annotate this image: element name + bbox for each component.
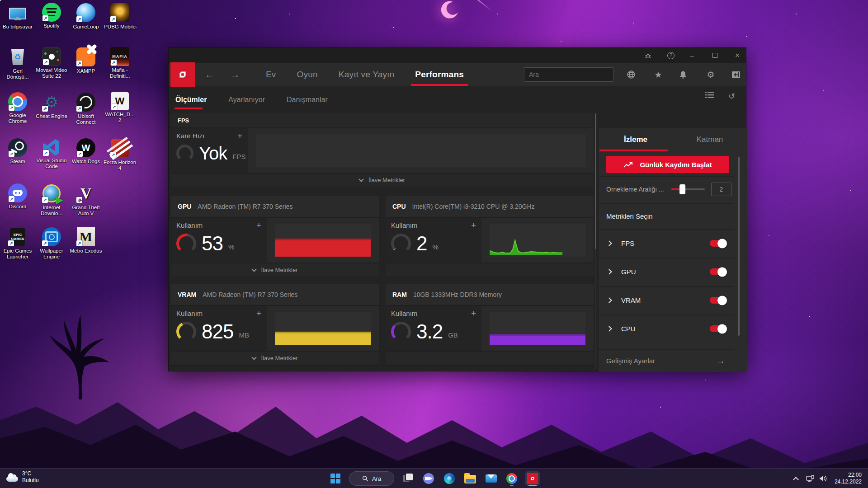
chrome-button[interactable] <box>505 471 519 486</box>
desktop-icon-spotify[interactable]: ↗ Spotify <box>35 3 68 29</box>
mail-button[interactable] <box>484 471 498 486</box>
gpu-toggle[interactable] <box>710 268 726 275</box>
desktop-icon-watch-dogs[interactable]: W↗ Watch Dogs <box>69 138 103 164</box>
minimize-button[interactable]: – <box>687 52 697 59</box>
metric-row-fps[interactable]: FPS <box>599 229 734 257</box>
sampling-interval-slider[interactable] <box>671 188 705 190</box>
amd-software-button[interactable] <box>525 471 540 486</box>
desktop-icon-recycle-bin[interactable]: ♻ Geri Dönüşü... <box>1 47 34 80</box>
window-titlebar[interactable]: ? – × <box>169 48 746 63</box>
desktop-icon-pubg-mobile[interactable]: ↗ PUBG Mobile <box>103 3 137 30</box>
desktop-icon-steam[interactable]: ↗ Steam <box>1 138 34 164</box>
slider-knob[interactable] <box>679 184 685 194</box>
fps-toggle[interactable] <box>710 240 726 247</box>
system-tray: 22:00 24.12.2022 <box>794 469 868 488</box>
desktop-icon-gta-v[interactable]: V↗ Grand Theft Auto V <box>69 183 103 216</box>
nav-forward-icon[interactable]: → <box>228 69 242 80</box>
desktop-icon-gameloop[interactable]: ↗ GameLoop <box>69 3 103 30</box>
volume-icon[interactable] <box>819 475 827 482</box>
bell-icon[interactable] <box>679 70 690 79</box>
desktop-icon-idm[interactable]: ↗ Internet Downlo... <box>35 183 68 216</box>
subtab-ayarlaniyor[interactable]: Ayarlanıyor <box>217 86 276 113</box>
file-explorer-button[interactable] <box>463 471 477 486</box>
add-metric-icon[interactable]: + <box>471 221 476 230</box>
tree-silhouette <box>39 296 129 399</box>
desktop-icon-metro-exodus[interactable]: M↗ Metro Exodus <box>69 227 103 254</box>
close-button[interactable]: × <box>732 51 742 60</box>
desktop-icon-bu-bilgisayar[interactable]: Bu bilgisayar <box>1 3 34 30</box>
maximize-button[interactable] <box>710 52 720 59</box>
add-metric-icon[interactable]: + <box>256 309 261 319</box>
desktop-icon-xampp[interactable]: ↗ XAMPP <box>69 47 103 74</box>
metric-row-cpu[interactable]: CPU <box>599 314 734 342</box>
list-view-icon[interactable] <box>705 91 714 101</box>
taskbar-clock[interactable]: 22:00 24.12.2022 <box>835 472 862 485</box>
vram-more-metrics[interactable]: İlave Metrikler <box>171 352 379 365</box>
chevron-right-icon[interactable] <box>606 297 612 303</box>
shortcut-arrow-icon: ↗ <box>76 240 82 246</box>
desktop-icon-movavi[interactable]: ↗ Movavi Video Suite 22 <box>35 47 68 79</box>
desktop-icon-mafia[interactable]: MAFIA↗ Mafia - Definiti... <box>103 47 137 79</box>
desktop-icon-watch-dogs-2[interactable]: W↗ WATCH_D... 2 <box>103 92 137 123</box>
main-scrollbar[interactable] <box>595 113 596 369</box>
tab-performans[interactable]: Performans <box>405 63 474 86</box>
help-icon[interactable]: ? <box>667 52 675 59</box>
chevron-right-icon[interactable] <box>606 269 612 275</box>
gear-icon[interactable]: ⚙ <box>705 70 716 80</box>
subtab-danismanlar[interactable]: Danışmanlar <box>276 86 339 113</box>
view-controls: ↺ <box>705 91 735 101</box>
app-search-input[interactable] <box>524 71 615 78</box>
gpu-more-metrics[interactable]: İlave Metrikler <box>171 263 379 277</box>
metric-row-ram-partial[interactable]: RAM <box>599 342 734 349</box>
desktop-icon-cheat-engine[interactable]: ⚙↗ Cheat Engine <box>35 92 68 119</box>
advanced-settings-row[interactable]: Gelişmiş Ayarlar → <box>599 349 734 371</box>
desktop-icon-discord[interactable]: ↗ Discord <box>1 183 34 210</box>
desktop-icon-label: Bu bilgisayar <box>1 24 34 30</box>
main-scrollbar-thumb[interactable] <box>595 113 596 249</box>
vram-toggle[interactable] <box>710 297 726 304</box>
tab-ev[interactable]: Ev <box>255 63 287 86</box>
hidden-icons-chevron[interactable] <box>793 477 799 483</box>
start-logging-button[interactable]: Günlük Kaydını Başlat <box>606 156 729 173</box>
taskbar-search[interactable]: Ara <box>349 471 394 486</box>
nav-back-icon[interactable]: ← <box>203 69 217 80</box>
desktop-icon-ubisoft-connect[interactable]: ↗ Ubisoft Connect <box>69 92 103 125</box>
desktop-icon-epic-games[interactable]: EPIC GAMES↗ Epic Games Launcher <box>1 227 34 260</box>
desktop-icon-chrome[interactable]: ↗ Google Chrome <box>1 92 34 124</box>
collapse-panel-icon[interactable] <box>731 71 742 79</box>
tab-oyun[interactable]: Oyun <box>287 63 328 86</box>
desktop-icon-forza[interactable]: ↗ Forza Horizon 4 <box>103 138 137 171</box>
star-icon[interactable]: ★ <box>653 70 664 80</box>
sampling-interval-value[interactable]: 2 <box>711 183 731 196</box>
ram-gauge-card: Kullanım + 3.2 GB <box>386 306 481 351</box>
chrome-icon <box>506 473 517 484</box>
add-metric-icon[interactable]: + <box>256 221 261 230</box>
add-metric-icon[interactable]: + <box>471 309 476 319</box>
chat-button[interactable] <box>421 471 436 486</box>
sidebar-scrollbar[interactable] <box>738 157 740 336</box>
amd-logo[interactable] <box>170 62 195 87</box>
fps-more-metrics[interactable]: İlave Metrikler <box>171 174 594 187</box>
metric-row-gpu[interactable]: GPU <box>599 258 734 285</box>
globe-icon[interactable] <box>627 70 637 79</box>
ram-usage-bar <box>490 334 585 345</box>
subtab-olcumler[interactable]: Ölçümler <box>169 86 217 113</box>
ram-panel-footer <box>386 352 594 365</box>
metric-row-vram[interactable]: VRAM <box>599 286 734 314</box>
cpu-toggle[interactable] <box>710 325 726 332</box>
desktop-icon-wallpaper-engine[interactable]: ↗ Wallpaper Engine <box>35 227 68 260</box>
chevron-right-icon[interactable] <box>606 326 612 332</box>
sidebar-tab-katman[interactable]: Katman <box>673 128 747 151</box>
start-button[interactable] <box>328 471 343 486</box>
sidebar-tab-izleme[interactable]: İzleme <box>599 128 673 151</box>
tab-kayit-ve-yayin[interactable]: Kayıt ve Yayın <box>328 63 405 86</box>
chevron-right-icon[interactable] <box>606 240 612 246</box>
network-icon[interactable] <box>806 475 815 483</box>
bug-report-icon[interactable] <box>645 52 655 59</box>
edge-button[interactable] <box>442 471 457 486</box>
reset-icon[interactable]: ↺ <box>728 91 735 101</box>
add-metric-icon[interactable]: + <box>237 131 242 141</box>
app-search-box[interactable] <box>524 67 613 82</box>
task-view-button[interactable] <box>401 471 415 486</box>
desktop-icon-vscode[interactable]: ↗ Visual Studio Code <box>35 138 68 169</box>
